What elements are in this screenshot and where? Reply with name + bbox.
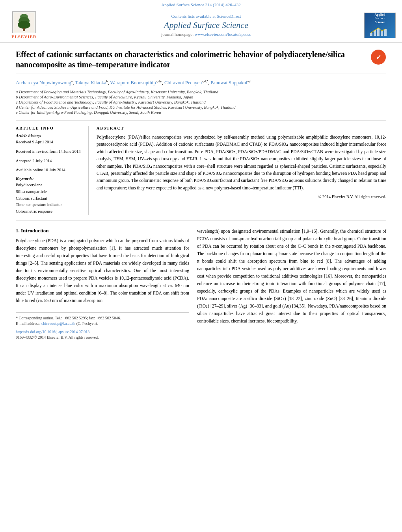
svg-rect-5 (370, 33, 372, 36)
received-date: Received 9 April 2014 (16, 139, 83, 145)
doi-section: http://dx.doi.org/10.1016/j.apsusc.2014.… (16, 330, 189, 339)
author-suppakul: Panuwat Suppakul (210, 80, 247, 85)
crossmark-badge: ✓ (370, 49, 386, 65)
elsevier-tree-icon (14, 13, 34, 32)
crossmark-icon: ✓ (370, 49, 386, 65)
authors: Atchareeya Nopwinyuwonga, Takuya Kitaoka… (16, 79, 386, 87)
keyword-1: Polydiacetylene (16, 182, 83, 189)
svg-rect-7 (377, 28, 380, 36)
author-pechyen: Chiravoot Pechyen (164, 80, 202, 85)
svg-point-3 (18, 21, 30, 29)
affiliation-a: a Department of Packaging and Materials … (16, 90, 386, 94)
affiliation-d: d Center for Advanced Studies in Agricul… (16, 105, 386, 109)
keyword-4: Time–temperature indicator (16, 202, 83, 208)
body-section: 1. Introduction Polydiacetylene (PDA) is… (16, 228, 386, 341)
journal-logo-chart (369, 26, 391, 37)
journal-logo-text: AppliedSurfaceScience (374, 13, 385, 24)
elsevier-logo-image (12, 11, 36, 33)
accepted-date: Accepted 2 July 2014 (16, 158, 83, 164)
elsevier-label: ELSEVIER (11, 34, 37, 39)
svg-text:✓: ✓ (376, 54, 381, 61)
email-link[interactable]: chiravoot.p@ku.ac.th (41, 321, 75, 326)
affiliations: a Department of Packaging and Materials … (16, 90, 386, 120)
main-content: Effect of cationic surfactants on charac… (0, 43, 402, 347)
issn-note: 0169-4332/© 2014 Elsevier B.V. All right… (16, 335, 189, 339)
keywords-label: Keywords: (16, 176, 83, 181)
intro-para-right: wavelength) upon designated environmenta… (197, 228, 386, 325)
author-kitaoka: Takuya Kitaoka (75, 80, 106, 85)
email-note: E-mail address: chiravoot.p@ku.ac.th (C.… (16, 321, 189, 326)
svg-rect-8 (381, 31, 383, 36)
keywords-list: Polydiacetylene Silica nanoparticle Cati… (16, 182, 83, 215)
keyword-3: Cationic surfactant (16, 195, 83, 202)
affiliation-e: e Center for Intelligent Agro-Food Packa… (16, 110, 386, 115)
body-col-right: wavelength) upon designated environmenta… (197, 228, 386, 341)
history-label: Article history: (16, 133, 83, 138)
journal-title: Applied Surface Science (48, 20, 364, 30)
section-title-intro: 1. Introduction (16, 228, 189, 234)
journal-header: ELSEVIER Contents lists available at Sci… (0, 8, 402, 43)
article-info-title: ARTICLE INFO (16, 126, 83, 130)
article-title-section: Effect of cationic surfactants on charac… (16, 49, 386, 74)
article-info-abstract: ARTICLE INFO Article history: Received 9… (16, 126, 386, 221)
abstract-title: ABSTRACT (97, 126, 386, 130)
article-title: Effect of cationic surfactants on charac… (16, 49, 363, 70)
author-nopwinyuwong: Atchareeya Nopwinyuwong (16, 80, 71, 85)
intro-para-left: Polydiacetylene (PDA) is a conjugated po… (16, 237, 189, 304)
copyright: © 2014 Elsevier B.V. All rights reserved… (97, 195, 386, 199)
corresponding-note: * Corresponding author. Tel.: +662 562 5… (16, 316, 189, 320)
keyword-2: Silica nanoparticle (16, 189, 83, 195)
body-col-left: 1. Introduction Polydiacetylene (PDA) is… (16, 228, 189, 341)
keyword-5: Colorimetric response (16, 208, 83, 215)
footer-notes: * Corresponding author. Tel.: +662 562 5… (16, 312, 189, 339)
article-info-col: ARTICLE INFO Article history: Received 9… (16, 126, 89, 215)
journal-header-center: Contents lists available at ScienceDirec… (48, 14, 364, 37)
abstract-text: Polydiacetylene (PDA)/silica nanocomposi… (97, 133, 386, 191)
svg-rect-9 (384, 29, 387, 36)
journal-logo-right: AppliedSurfaceScience (364, 13, 396, 38)
revised-date: Received in revised form 14 June 2014 (16, 148, 83, 155)
author-boonsupthip: Waraporn Boonsupthip (110, 80, 156, 85)
sciencedirect-link[interactable]: Contents lists available at ScienceDirec… (48, 14, 364, 19)
affiliation-c: c Department of Food Science and Technol… (16, 100, 386, 104)
journal-bar-text: Applied Surface Science 314 (2014) 426–4… (161, 2, 240, 7)
doi-link: http://dx.doi.org/10.1016/j.apsusc.2014.… (16, 330, 189, 334)
journal-homepage: journal homepage: www.elsevier.com/locat… (48, 32, 364, 37)
online-date: Available online 10 July 2014 (16, 167, 83, 173)
journal-logo-chart-icon (369, 26, 391, 37)
affiliation-b: b Department of Agro-Environmental Scien… (16, 95, 386, 99)
abstract-col: ABSTRACT Polydiacetylene (PDA)/silica na… (97, 126, 386, 215)
journal-bar: Applied Surface Science 314 (2014) 426–4… (0, 0, 402, 8)
svg-rect-4 (23, 28, 25, 31)
